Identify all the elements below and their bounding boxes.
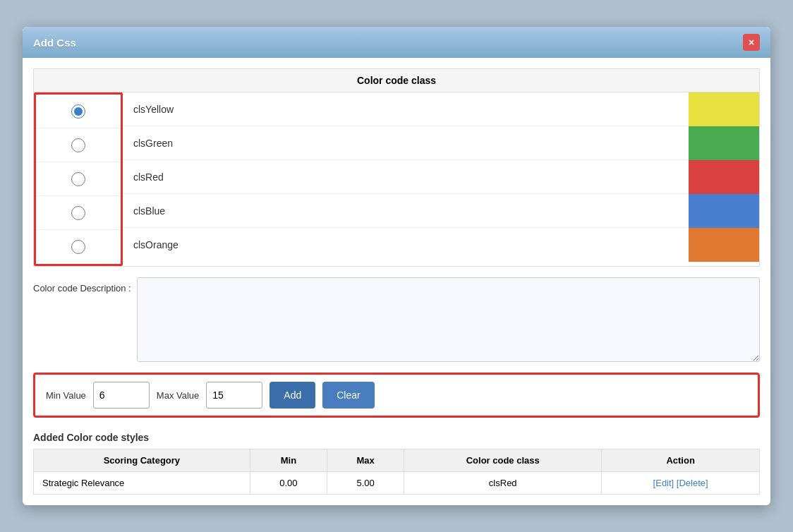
table-row: Strategic Relevance 0.00 5.00 clsRed [Ed… (34, 472, 760, 495)
col-header-max: Max (327, 449, 404, 472)
modal-header: Add Css × (23, 27, 770, 58)
edit-link[interactable]: [Edit] (653, 478, 674, 488)
radio-cell-yellow[interactable] (36, 99, 121, 124)
table-row: clsOrange (123, 228, 759, 262)
table-row: clsBlue (123, 194, 759, 228)
close-button[interactable]: × (743, 34, 760, 51)
description-section: Color code Description : (33, 277, 760, 362)
description-textarea[interactable] (137, 277, 760, 362)
col-header-category: Scoring Category (34, 449, 250, 472)
color-label-red: clsRed (123, 166, 689, 188)
color-table-body: clsYellow clsGreen clsRed clsBlue (34, 92, 759, 266)
radio-blue[interactable] (71, 206, 85, 220)
cell-actions: [Edit] [Delete] (602, 472, 760, 495)
color-swatch-green (689, 126, 759, 160)
modal-title: Add Css (33, 37, 76, 49)
radio-highlight-box (34, 92, 123, 266)
table-row (36, 196, 121, 230)
color-table-header: Color code class (34, 69, 759, 92)
col-header-action: Action (602, 449, 760, 472)
color-label-blue: clsBlue (123, 200, 689, 222)
color-swatch-blue (689, 194, 759, 228)
table-row: clsRed (123, 160, 759, 194)
added-table: Scoring Category Min Max Color code clas… (33, 449, 760, 495)
label-swatch-col: clsYellow clsGreen clsRed clsBlue (123, 92, 759, 266)
radio-cell-green[interactable] (36, 133, 121, 158)
radio-cell-orange[interactable] (36, 234, 121, 260)
cell-max: 5.00 (327, 472, 404, 495)
modal-body: Color code class (23, 58, 770, 505)
radio-cell-red[interactable] (36, 167, 121, 192)
added-section: Added Color code styles Scoring Category… (33, 432, 760, 495)
color-label-orange: clsOrange (123, 234, 689, 256)
table-row (36, 162, 121, 196)
radio-red[interactable] (71, 172, 85, 186)
col-header-class: Color code class (404, 449, 602, 472)
value-section: Min Value Max Value Add Clear (33, 373, 760, 418)
cell-category: Strategic Relevance (34, 472, 250, 495)
table-row (36, 128, 121, 162)
radio-green[interactable] (71, 138, 85, 152)
min-value-label: Min Value (46, 390, 86, 401)
radio-yellow[interactable] (71, 104, 85, 119)
table-row: clsYellow (123, 92, 759, 126)
cell-min: 0.00 (250, 472, 327, 495)
radio-orange[interactable] (71, 240, 85, 254)
add-button[interactable]: Add (270, 382, 315, 409)
max-value-label: Max Value (157, 390, 199, 401)
max-value-input[interactable] (206, 382, 262, 409)
table-row: clsGreen (123, 126, 759, 160)
color-code-table: Color code class (33, 68, 760, 267)
description-label: Color code Description : (33, 277, 137, 294)
radio-cell-blue[interactable] (36, 200, 121, 226)
cell-class: clsRed (404, 472, 602, 495)
clear-button[interactable]: Clear (322, 382, 374, 409)
added-section-title: Added Color code styles (33, 432, 760, 443)
table-row (36, 95, 121, 128)
table-row (36, 230, 121, 264)
col-header-min: Min (250, 449, 327, 472)
min-value-input[interactable] (93, 382, 150, 409)
color-label-yellow: clsYellow (123, 98, 689, 121)
delete-link[interactable]: [Delete] (677, 478, 708, 488)
color-label-green: clsGreen (123, 132, 689, 155)
color-swatch-orange (689, 228, 759, 262)
modal: Add Css × Color code class (23, 27, 770, 505)
modal-overlay: Add Css × Color code class (0, 0, 793, 532)
color-swatch-yellow (689, 92, 759, 126)
color-swatch-red (689, 160, 759, 194)
